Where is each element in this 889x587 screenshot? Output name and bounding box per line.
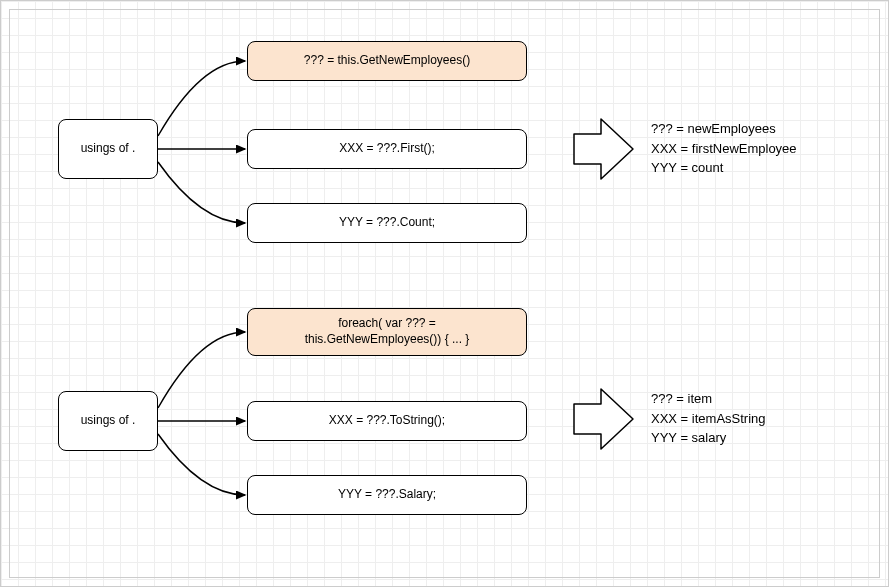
diagram-canvas: usings of . ??? = this.GetNewEmployees()… — [0, 0, 889, 587]
result-text-1: ??? = newEmployees XXX = firstNewEmploye… — [651, 119, 797, 178]
target-box-1c: YYY = ???.Count; — [247, 203, 527, 243]
result-text-2: ??? = item XXX = itemAsString YYY = sala… — [651, 389, 766, 448]
source-box-2: usings of . — [58, 391, 158, 451]
target-box-1b: XXX = ???.First(); — [247, 129, 527, 169]
target-box-2b: XXX = ???.ToString(); — [247, 401, 527, 441]
target-box-2c: YYY = ???.Salary; — [247, 475, 527, 515]
source-box-1: usings of . — [58, 119, 158, 179]
target-box-2a: foreach( var ??? = this.GetNewEmployees(… — [247, 308, 527, 356]
target-box-1a: ??? = this.GetNewEmployees() — [247, 41, 527, 81]
